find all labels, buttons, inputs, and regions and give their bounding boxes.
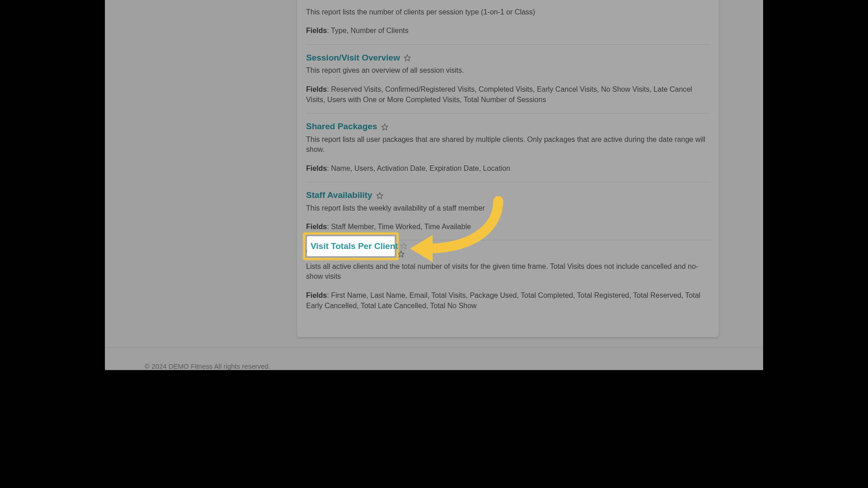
star-outline-icon[interactable] [397,250,405,259]
report-fields: Fields: First Name, Last Name, Email, To… [306,290,710,311]
report-item: Session/Visit Overview This report gives… [306,45,710,114]
report-item: Staff Availability This report lists the… [306,182,710,240]
fields-label: Fields [306,27,327,34]
fields-value: First Name, Last Name, Email, Total Visi… [306,291,700,310]
fields-label: Fields [306,164,327,172]
app-viewport: This report lists the number of clients … [105,0,763,370]
fields-value: Reserved Visits, Confirmed/Registered Vi… [306,85,692,103]
star-outline-icon[interactable] [404,54,411,63]
report-fields: Fields: Type, Number of Clients [306,25,710,36]
report-link-visit-totals-per-client[interactable]: Visit Totals Per Client [306,249,394,258]
reports-list-card: This report lists the number of clients … [297,0,719,337]
fields-label: Fields [306,291,327,299]
footer: © 2024 DEMO Fitness All rights reserved. [105,347,763,370]
report-item: Shared Packages This report lists all us… [306,113,710,182]
fields-label: Fields [306,85,327,93]
report-fields: Fields: Name, Users, Activation Date, Ex… [306,163,710,174]
report-fields: Fields: Staff Member, Time Worked, Time … [306,221,710,232]
fields-value: Staff Member, Time Worked, Time Availabl… [331,223,471,230]
star-outline-icon[interactable] [376,192,383,201]
report-link-session-visit-overview[interactable]: Session/Visit Overview [306,53,400,62]
fields-value: Type, Number of Clients [331,27,409,34]
fields-value: Name, Users, Activation Date, Expiration… [331,164,510,172]
report-description: This report gives an overview of all ses… [306,66,710,75]
report-description: This report lists the weekly availabilit… [306,203,710,213]
svg-marker-2 [377,192,382,198]
report-description: This report lists the number of clients … [306,7,710,17]
report-description: This report lists all user packages that… [306,135,710,155]
star-outline-icon[interactable] [381,123,388,132]
report-item: This report lists the number of clients … [306,0,710,45]
fields-label: Fields [306,223,327,230]
svg-marker-0 [404,55,410,61]
report-description: Lists all active clients and the total n… [306,262,710,282]
report-fields: Fields: Reserved Visits, Confirmed/Regis… [306,84,710,105]
svg-marker-3 [398,251,404,257]
svg-marker-1 [382,124,387,130]
report-item: Visit Totals Per Client Lists all active… [306,240,710,319]
report-link-staff-availability[interactable]: Staff Availability [306,190,372,200]
report-link-shared-packages[interactable]: Shared Packages [306,122,377,131]
footer-copyright: © 2024 DEMO Fitness All rights reserved. [145,362,270,370]
